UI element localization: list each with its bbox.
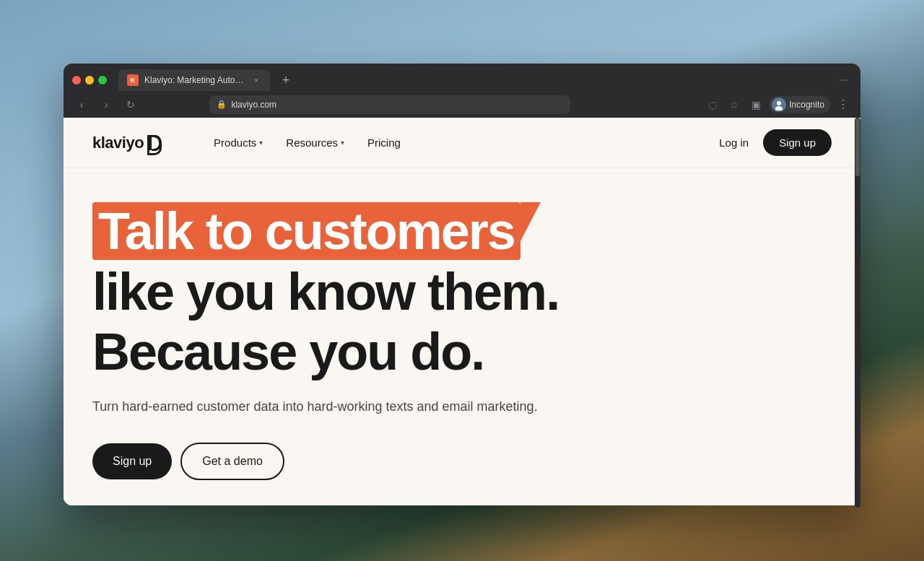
browser-toolbar: ‹ › ↻ 🔒 klaviyo.com ◌ ☆ ▣: [64, 91, 860, 118]
hero-subtitle: Turn hard-earned customer data into hard…: [92, 397, 554, 417]
logo-mark-icon: [147, 135, 162, 151]
tab-favicon: K: [127, 74, 139, 86]
resources-label: Resources: [286, 136, 338, 149]
login-button[interactable]: Log in: [716, 131, 751, 155]
website-content: klaviyo Products ▾ Resources ▾: [64, 118, 860, 505]
reload-button[interactable]: ↻: [121, 95, 140, 114]
avatar: [772, 97, 786, 112]
nav-links: Products ▾ Resources ▾ Pricing: [205, 131, 716, 155]
tab-title: Klaviyo: Marketing Automation: [144, 75, 245, 85]
products-chevron-icon: ▾: [259, 139, 263, 147]
address-text: klaviyo.com: [231, 100, 276, 110]
headline-line3: Because you do.: [92, 325, 832, 380]
hero-demo-button[interactable]: Get a demo: [180, 443, 284, 480]
hero-signup-button[interactable]: Sign up: [92, 443, 172, 479]
products-nav-item[interactable]: Products ▾: [205, 131, 271, 155]
tab-close-button[interactable]: ×: [251, 75, 261, 85]
minimize-traffic-light[interactable]: [85, 76, 94, 84]
forward-button[interactable]: ›: [97, 95, 116, 114]
browser-window: K Klaviyo: Marketing Automation × + ⋯ ‹ …: [64, 64, 860, 505]
new-tab-button[interactable]: +: [276, 70, 296, 90]
nav-actions: Log in Sign up: [716, 129, 832, 156]
headline-line2: like you know them.: [92, 265, 832, 320]
profile-pill[interactable]: Incognito: [769, 96, 830, 113]
svg-point-1: [777, 101, 781, 105]
active-tab[interactable]: K Klaviyo: Marketing Automation ×: [118, 69, 270, 91]
window-controls-icon[interactable]: ⋯: [834, 71, 852, 89]
browser-menu-button[interactable]: ⋮: [834, 95, 852, 114]
back-button[interactable]: ‹: [72, 95, 91, 114]
bookmark-star-icon[interactable]: ☆: [725, 96, 743, 113]
scrollbar[interactable]: [855, 118, 860, 508]
nav-signup-button[interactable]: Sign up: [763, 129, 832, 156]
pricing-label: Pricing: [367, 136, 401, 149]
products-label: Products: [214, 136, 256, 149]
browser-chrome: K Klaviyo: Marketing Automation × + ⋯ ‹ …: [64, 64, 860, 118]
tab-bar: K Klaviyo: Marketing Automation × + ⋯: [64, 64, 860, 91]
resources-nav-item[interactable]: Resources ▾: [277, 131, 353, 155]
toolbar-right: ◌ ☆ ▣ Incognito ⋮: [704, 95, 852, 114]
headline-highlight-text: Talk to customers: [92, 202, 520, 260]
sidebar-icon[interactable]: ▣: [747, 96, 764, 113]
eye-slash-icon[interactable]: ◌: [704, 96, 721, 113]
scrollbar-thumb[interactable]: [855, 118, 860, 176]
hero-headline: Talk to customers like you know them. Be…: [92, 204, 832, 380]
klaviyo-navbar: klaviyo Products ▾ Resources ▾: [64, 118, 860, 168]
close-traffic-light[interactable]: [72, 76, 81, 84]
resources-chevron-icon: ▾: [341, 139, 344, 147]
profile-name: Incognito: [789, 100, 824, 110]
svg-rect-3: [149, 136, 152, 150]
address-bar[interactable]: 🔒 klaviyo.com: [209, 95, 570, 114]
maximize-traffic-light[interactable]: [98, 76, 107, 84]
hero-section: Talk to customers like you know them. Be…: [64, 168, 860, 505]
hero-cta: Sign up Get a demo: [92, 443, 832, 480]
logo-text: klaviyo: [92, 134, 144, 152]
lock-icon: 🔒: [217, 100, 227, 109]
pricing-nav-item[interactable]: Pricing: [359, 131, 409, 155]
klaviyo-logo[interactable]: klaviyo: [92, 134, 162, 152]
traffic-lights: [72, 76, 107, 84]
